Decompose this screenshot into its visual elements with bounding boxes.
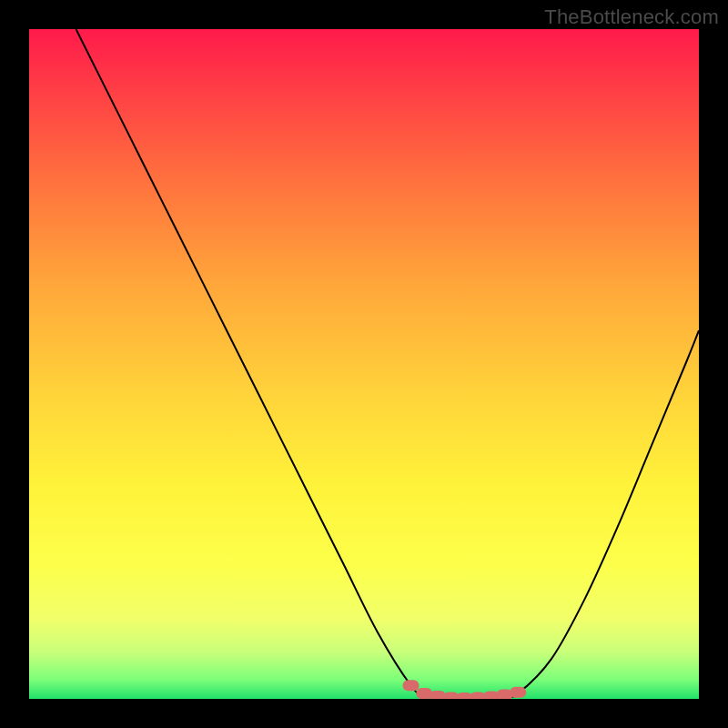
bottleneck-curve	[29, 29, 699, 699]
highlight-dot	[403, 680, 420, 691]
highlight-dot	[510, 687, 526, 698]
chart-frame: TheBottleneck.com	[0, 0, 728, 728]
v-curve	[76, 29, 699, 698]
watermark-text: TheBottleneck.com	[544, 5, 719, 29]
